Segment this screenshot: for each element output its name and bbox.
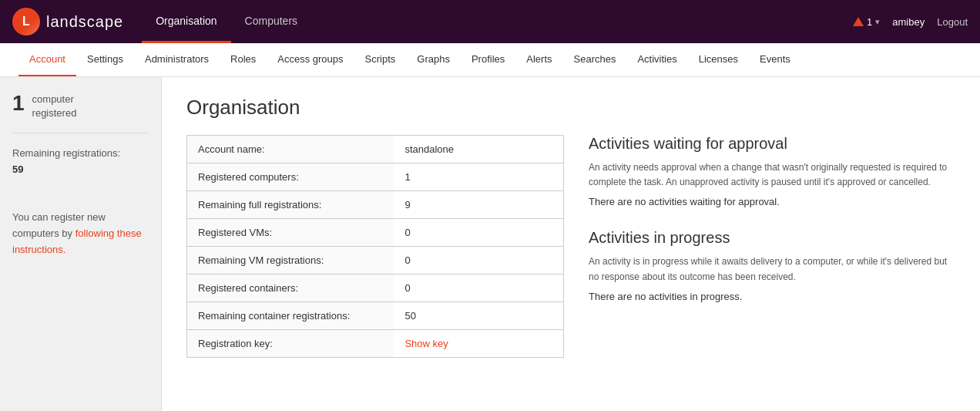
activities-progress-title: Activities in progress [589,229,955,247]
activities-progress-desc: An activity is in progress while it awai… [589,254,955,284]
content-left: Account name:standaloneRegistered comput… [186,135,564,358]
sub-nav-administrators[interactable]: Administrators [134,43,220,76]
sub-nav-graphs[interactable]: Graphs [406,43,461,76]
table-row: Registration key:Show key [187,330,564,358]
table-cell-value: 0 [394,247,563,275]
sub-nav-searches[interactable]: Searches [563,43,627,76]
table-cell-label: Registered VMs: [187,219,394,247]
content-right: Activities waiting for approval An activ… [589,135,955,358]
sub-nav-access-groups[interactable]: Access groups [267,43,354,76]
stat-label: computer registered [32,93,77,120]
table-cell-label: Remaining container registrations: [187,302,394,330]
table-row: Registered VMs:0 [187,219,564,247]
stat-number: 1 [12,93,25,114]
sidebar-info: Remaining registrations: 59 You can regi… [12,146,149,258]
table-cell-value: standalone [394,136,563,163]
page-title: Organisation [186,96,955,120]
sub-nav-account[interactable]: Account [18,43,76,76]
sub-nav-scripts[interactable]: Scripts [354,43,407,76]
table-cell-value[interactable]: Show key [394,330,563,358]
table-cell-label: Registration key: [187,330,394,358]
activities-progress-section: Activities in progress An activity is in… [589,229,955,302]
sub-nav-roles[interactable]: Roles [220,43,267,76]
brand: L landscape [12,8,123,35]
table-row: Remaining VM registrations:0 [187,247,564,275]
activities-approval-section: Activities waiting for approval An activ… [589,135,955,207]
sidebar: 1 computer registered Remaining registra… [0,77,162,411]
activities-approval-title: Activities waiting for approval [589,135,955,153]
alert-badge[interactable]: 1 ▾ [853,16,880,28]
show-key-link[interactable]: Show key [404,338,448,349]
table-cell-label: Remaining VM registrations: [187,247,394,275]
alert-triangle-icon [853,17,864,26]
activities-progress-status: There are no activities in progress. [589,291,955,302]
table-cell-label: Remaining full registrations: [187,191,394,219]
sub-nav-events[interactable]: Events [749,43,801,76]
activities-approval-status: There are no activities waiting for appr… [589,196,955,207]
table-cell-label: Registered containers: [187,275,394,302]
table-cell-value: 0 [394,275,563,302]
table-cell-value: 9 [394,191,563,219]
table-cell-value: 1 [394,163,563,191]
table-row: Remaining container registrations:50 [187,302,564,330]
sub-nav-settings[interactable]: Settings [76,43,134,76]
main-nav: Organisation Computers [142,0,311,43]
alert-count: 1 [867,16,872,28]
content-grid: Account name:standaloneRegistered comput… [186,135,955,358]
sub-nav-profiles[interactable]: Profiles [461,43,515,76]
remaining-label: Remaining registrations: [12,147,120,159]
table-cell-value: 0 [394,219,563,247]
alert-dropdown-icon[interactable]: ▾ [875,17,880,27]
sub-navbar: Account Settings Administrators Roles Ac… [0,43,980,77]
remaining-value: 59 [12,162,149,178]
stat-label-line1: computer [32,93,74,105]
sub-nav-licenses[interactable]: Licenses [688,43,749,76]
table-cell-value: 50 [394,302,563,330]
table-row: Registered computers:1 [187,163,564,191]
nav-organisation[interactable]: Organisation [142,0,230,43]
stat-label-line2: registered [32,107,77,119]
sidebar-stat: 1 computer registered [12,93,149,133]
table-row: Remaining full registrations:9 [187,191,564,219]
brand-logo: L [12,8,40,35]
brand-name: landscape [46,13,123,31]
info-table: Account name:standaloneRegistered comput… [186,135,564,358]
sub-nav-alerts[interactable]: Alerts [515,43,562,76]
sub-nav-activities[interactable]: Activities [626,43,687,76]
nav-right: 1 ▾ amibey Logout [853,16,968,28]
logout-button[interactable]: Logout [937,16,968,28]
top-navbar: L landscape Organisation Computers 1 ▾ a… [0,0,980,43]
table-row: Registered containers:0 [187,275,564,302]
table-cell-label: Account name: [187,136,394,163]
table-row: Account name:standalone [187,136,564,163]
nav-computers[interactable]: Computers [231,0,311,43]
main-container: 1 computer registered Remaining registra… [0,77,980,411]
username: amibey [892,16,925,28]
table-cell-label: Registered computers: [187,163,394,191]
activities-approval-desc: An activity needs approval when a change… [589,160,955,190]
content-area: Organisation Account name:standaloneRegi… [162,77,980,411]
